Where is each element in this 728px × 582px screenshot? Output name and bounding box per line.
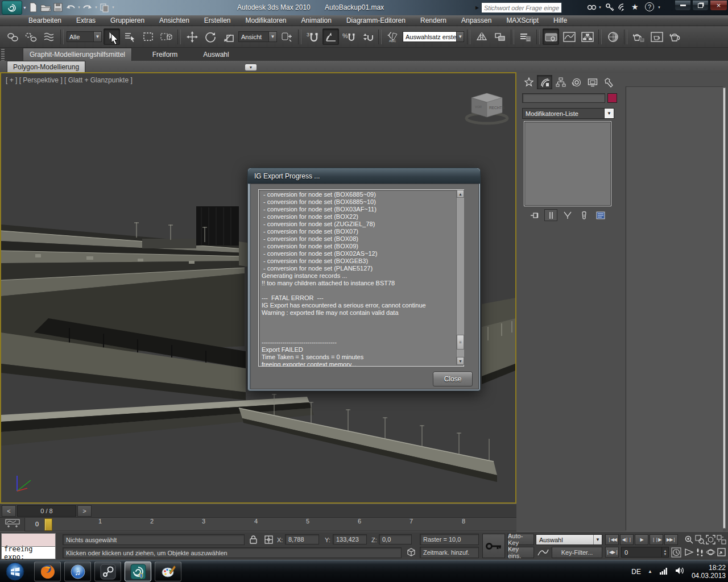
restore-button[interactable] <box>692 0 709 11</box>
network-icon[interactable] <box>659 567 668 576</box>
key-filter-button[interactable]: Key-Filter... <box>552 547 602 558</box>
app-menu-arrow-icon[interactable]: ▼ <box>23 6 27 10</box>
menu-item[interactable]: Extras <box>76 16 96 24</box>
ribbon-minimize-button[interactable]: ▼ <box>245 64 257 71</box>
material-editor-button[interactable] <box>605 28 621 45</box>
rendered-frame-window-button[interactable] <box>648 28 665 45</box>
x-coord-field[interactable]: 8,788 <box>285 534 319 544</box>
select-and-link-button[interactable] <box>5 28 21 45</box>
auto-key-button[interactable]: Auto-Key <box>507 534 534 545</box>
tab-utilities[interactable] <box>601 75 616 89</box>
spinner-snap-button[interactable] <box>359 28 375 45</box>
menu-item[interactable]: Erstellen <box>204 16 231 24</box>
start-button[interactable] <box>6 562 24 582</box>
dialog-title-bar[interactable]: IG Export Progress ... <box>248 168 480 184</box>
maximize-viewport-button[interactable] <box>716 547 727 558</box>
track-bar[interactable]: 12345678 0 <box>0 517 516 531</box>
redo-dropdown-icon[interactable]: ▼ <box>94 6 98 9</box>
time-slider[interactable] <box>44 518 52 531</box>
go-to-start-button[interactable]: ❘◀◀ <box>605 534 619 545</box>
new-file-icon[interactable] <box>27 1 39 14</box>
viewport-label[interactable]: [ + ] [ Perspektive ] [ Glatt + Glanzpun… <box>6 76 133 84</box>
time-configuration-button[interactable] <box>671 547 681 559</box>
menu-item[interactable]: MAXScript <box>506 16 539 24</box>
volume-icon[interactable] <box>675 567 685 576</box>
redo-icon[interactable] <box>82 1 93 14</box>
scroll-down-button[interactable]: ▼ <box>457 357 464 365</box>
dialog-close-button[interactable]: Close <box>433 372 473 386</box>
zoom-extents-all-button[interactable] <box>716 534 727 545</box>
log-scrollbar[interactable]: ▲ ≡ ▼ <box>456 190 464 365</box>
reference-coordsys-dropdown[interactable]: Ansicht▼ <box>238 31 277 42</box>
unlink-selection-button[interactable] <box>23 28 39 45</box>
frame-spinner[interactable]: ▲▼ <box>661 547 668 557</box>
project-folder-icon[interactable] <box>99 1 110 14</box>
favorites-star-icon[interactable]: ★ <box>631 2 639 11</box>
render-production-button[interactable] <box>667 28 683 45</box>
ribbon-tab-graphite[interactable]: Graphit-Modellierungshilfsmittel <box>23 48 132 61</box>
angle-snap-button[interactable] <box>322 28 339 45</box>
search-dropdown-icon[interactable]: ▼ <box>598 6 602 9</box>
menu-item[interactable]: Anpassen <box>461 16 491 24</box>
selection-lock-toggle[interactable] <box>249 535 258 546</box>
minimize-button[interactable] <box>675 0 691 11</box>
mini-curve-editor-button[interactable] <box>5 519 20 531</box>
graphite-ribbon-toggle-button[interactable] <box>543 28 559 45</box>
infocenter-collapse-icon[interactable]: ▶ <box>475 5 479 10</box>
viewcube[interactable]: RECHTS VOR <box>462 90 511 125</box>
modifier-list-dropdown[interactable]: Modifikatoren-Liste ▼ <box>522 108 614 119</box>
curve-editor-button[interactable] <box>561 28 577 45</box>
mirror-button[interactable] <box>473 28 490 45</box>
layer-manager-button[interactable] <box>517 28 533 45</box>
named-selection-sets-dropdown[interactable]: Auswahlsatz erstelle▼ <box>403 31 464 42</box>
window-crossing-toggle-button[interactable] <box>158 28 175 45</box>
edit-named-selection-sets-button[interactable]: ABC <box>384 28 401 45</box>
qat-customize-arrow-icon[interactable]: ▼ <box>111 6 115 9</box>
y-coord-field[interactable]: 133,423 <box>333 534 367 544</box>
clock[interactable]: 18:22 04.03.2013 <box>692 564 726 580</box>
ribbon-tab-auswahl[interactable]: Auswahl <box>191 48 242 61</box>
maxscript-listener-output[interactable]: freeing expo: <box>1 547 56 559</box>
snaps-toggle-button[interactable]: 3 <box>304 28 321 45</box>
close-window-button[interactable]: × <box>710 0 727 11</box>
rectangular-selection-region-button[interactable] <box>140 28 156 45</box>
toggle-set-key-button[interactable] <box>482 534 505 558</box>
menu-item[interactable]: Hilfe <box>553 16 567 24</box>
go-to-end-button[interactable]: ▶▶❘ <box>664 534 678 545</box>
tab-create[interactable] <box>521 75 536 89</box>
save-file-icon[interactable] <box>52 1 64 14</box>
undo-icon[interactable] <box>65 1 76 14</box>
default-in-out-tangent-button[interactable] <box>537 547 549 559</box>
tab-modify[interactable] <box>537 75 552 89</box>
absolute-offset-toggle[interactable] <box>264 535 274 546</box>
select-and-move-button[interactable] <box>184 28 200 45</box>
select-and-scale-button[interactable] <box>220 28 237 45</box>
select-and-manipulate-button[interactable] <box>279 28 295 45</box>
subscription-key-icon[interactable] <box>605 3 615 15</box>
ribbon-panel-tab-polygon[interactable]: Polygon-Modellierung <box>7 61 85 73</box>
previous-frame-button[interactable]: < <box>2 505 16 517</box>
next-frame-button[interactable]: > <box>77 505 92 517</box>
menu-item[interactable]: Modifikatoren <box>246 16 287 24</box>
modifier-stack-list[interactable] <box>524 122 611 206</box>
command-panel-scrollbar[interactable] <box>723 88 726 529</box>
export-log-list[interactable]: - conversion for node set (BOX6885~09) -… <box>258 189 464 367</box>
previous-frame-playback-button[interactable]: ◀❘❘ <box>620 534 634 545</box>
tab-motion[interactable] <box>569 75 584 89</box>
field-of-view-button[interactable] <box>684 547 694 558</box>
keyable-selection-dropdown[interactable]: Auswahl▼ <box>536 534 602 545</box>
select-by-name-button[interactable] <box>122 28 138 45</box>
object-color-swatch[interactable] <box>607 93 617 103</box>
search-icon[interactable] <box>587 3 597 14</box>
selection-filter-dropdown[interactable]: Alle▼ <box>67 31 102 42</box>
help-icon[interactable]: ? <box>645 2 654 11</box>
taskbar-3dsmax-button[interactable] <box>125 562 151 581</box>
align-button[interactable] <box>491 28 508 45</box>
bind-to-spacewarp-button[interactable] <box>41 28 57 45</box>
schematic-view-button[interactable] <box>579 28 595 45</box>
menu-item[interactable]: Gruppieren <box>110 16 144 24</box>
help-dropdown-icon[interactable]: ▼ <box>657 6 661 9</box>
key-mode-toggle-button[interactable]: ❘◀▶❘ <box>605 547 619 558</box>
menu-item[interactable]: Animation <box>301 16 332 24</box>
menu-item[interactable]: Rendern <box>420 16 446 24</box>
